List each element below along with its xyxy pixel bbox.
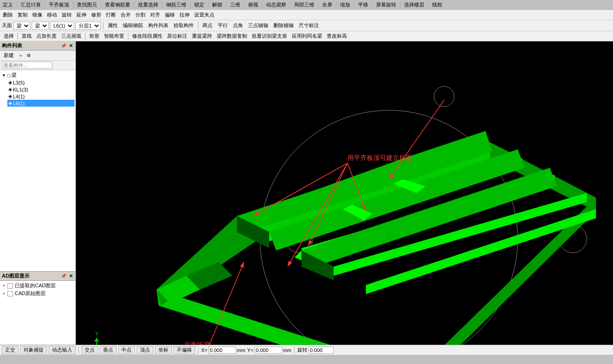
btn-mirror[interactable]: 镜像 [30,11,44,19]
btn-no-offset[interactable]: 不偏移 [173,346,195,354]
subtype-select[interactable]: 梁 [32,22,49,30]
btn-view-rebar[interactable]: 查看钢筋量 [103,1,132,9]
btn-trim[interactable]: 修剪 [89,11,103,19]
btn-edit-rebar[interactable]: 编辑钢筋 [121,22,145,29]
x-input[interactable] [208,347,236,354]
btn-top-view[interactable]: 俯视 [246,1,260,9]
btn-point-angle[interactable]: 点角 [231,22,245,29]
axis-y-label: Y [95,331,99,336]
viewport[interactable]: 用平齐板顶可建立折梁 立面折梁 X Y Z [76,41,613,345]
btn-wireframe[interactable]: 线框 [430,1,444,9]
btn-dynamic-input[interactable]: 动态输入 [49,346,75,354]
ad-pin-icon[interactable]: 📌 [60,273,67,279]
btn-point-length[interactable]: 点加长度 [35,32,58,40]
btn-break[interactable]: 打断 [104,11,118,19]
btn-modify-seg[interactable]: 修改段段属性 [130,32,164,40]
btn-copy[interactable]: 复制 [16,11,29,19]
btn-select[interactable]: 选择 [2,32,16,40]
btn-dim[interactable]: 尺寸标注 [297,22,321,29]
btn-property[interactable]: 属性 [106,22,120,29]
pin-icon[interactable]: 📌 [60,43,67,48]
btn-define[interactable]: 定义 [1,1,15,9]
btn-calc[interactable]: 汇总计算 [19,1,43,9]
btn-select-floor[interactable]: 选择楼层 [402,1,426,9]
btn-pick-component[interactable]: 拾取构件 [172,22,196,29]
btn-fullscreen[interactable]: 全屏 [320,1,334,9]
level-select[interactable]: L6(1) [50,22,74,30]
ad-extracted-layers[interactable]: ＋ 已提取的CAD图层 [1,282,75,290]
ad-original-layers[interactable]: ＋ CAD原始图层 [1,290,75,297]
btn-align[interactable]: 对齐 [148,11,162,19]
btn-apply-same[interactable]: 应用到同名梁 [290,32,324,40]
btn-screen-rotate[interactable]: 屏幕旋转 [374,1,398,9]
y-field: Y= mm [247,347,291,354]
btn-rect[interactable]: 矩形 [87,32,101,40]
btn-unlock[interactable]: 解锁 [210,1,224,9]
y-input[interactable] [254,347,282,354]
btn-copy-span[interactable]: 梁跨数据复制 [215,32,249,40]
btn-batch-select[interactable]: 批量选择 [136,1,160,9]
btn-merge[interactable]: 合并 [119,11,133,19]
btn-snap[interactable]: 对象捕捉 [20,346,47,354]
btn-two-point[interactable]: 两点 [201,22,214,29]
btn-three-arc[interactable]: 三点画弧 [59,32,83,40]
panel-header-icons: 📌 ✕ [60,43,74,48]
sep-17 [400,1,400,9]
add-icon[interactable]: ＋ [17,52,24,59]
settings-icon[interactable]: ⚙ [26,53,32,58]
btn-perpendicular[interactable]: 垂点 [100,346,116,354]
btn-rotate[interactable]: 旋转 [60,11,74,19]
btn-local-3d[interactable]: 局部三维 [292,1,316,9]
sep-14 [336,1,336,9]
category-label: 天面 [2,22,12,29]
btn-check-elevation[interactable]: 查改标高 [325,32,349,40]
btn-stretch[interactable]: 拉伸 [178,11,191,19]
btn-vertex[interactable]: 顶点 [137,346,153,354]
btn-in-situ-mark[interactable]: 原位标注 [165,32,189,40]
btn-delete[interactable]: 删除 [1,11,15,19]
btn-extend[interactable]: 延伸 [75,11,88,19]
btn-new-component[interactable]: 新建 [2,51,16,59]
ad-layer-icons: 📌 ✕ [60,273,74,279]
floor-select[interactable]: 分层1 [75,22,101,30]
btn-offset[interactable]: 偏移 [163,11,177,19]
btn-rebar-3d[interactable]: 钢筋三维 [164,1,188,9]
btn-set-grip[interactable]: 设置夹点 [192,11,216,19]
close-icon[interactable]: ✕ [68,43,74,48]
btn-find[interactable]: 查找图元 [75,1,99,9]
btn-midpoint[interactable]: 中点 [118,346,135,354]
sep-11 [262,1,262,9]
btn-zoom[interactable]: 缩放 [338,1,352,9]
ad-close-icon[interactable]: ✕ [68,273,74,279]
btn-del-aux[interactable]: 删除辅轴 [272,22,295,29]
btn-pan[interactable]: 平移 [356,1,370,9]
tree-item-L6[interactable]: ◈ L6(1) [7,100,75,107]
tree-item-KL1[interactable]: ◈ KL1(3) [7,86,75,93]
checkbox-original[interactable] [7,291,13,296]
btn-align-top[interactable]: 平齐板顶 [47,1,71,9]
tree-item-beam-root[interactable]: ▼ □ 梁 [1,71,75,79]
btn-lock[interactable]: 锁定 [192,1,206,9]
type-select[interactable]: 梁 [13,22,30,30]
tree-item-L4[interactable]: ◈ L4(1) [7,93,75,100]
btn-split[interactable]: 分割 [133,11,147,19]
btn-component-list[interactable]: 构件列表 [146,22,170,29]
btn-dynamic-observe[interactable]: 动态观察 [264,1,288,9]
btn-batch-id-support[interactable]: 批量识别梁支座 [250,32,289,40]
btn-move[interactable]: 移动 [45,11,59,19]
checkbox-extracted[interactable] [7,283,13,289]
sep-3 [73,1,73,9]
rotate-input[interactable] [308,347,334,354]
btn-3d[interactable]: 三维 [228,1,242,9]
btn-smart-place[interactable]: 智能布置 [102,32,126,40]
btn-intersection[interactable]: 交点 [81,346,98,354]
search-input[interactable] [2,62,52,69]
toolbar-row-4: 选择 直线 点加长度 三点画弧 矩形 智能布置 修改段段属性 原位标注 重提梁跨… [0,31,613,41]
btn-line[interactable]: 直线 [20,32,34,40]
tree-item-L3[interactable]: ◈ L3(5) [7,79,75,86]
btn-three-point-aux[interactable]: 三点辅轴 [246,22,270,29]
btn-re-extract[interactable]: 重提梁跨 [190,32,214,40]
btn-coordinate[interactable]: 坐标 [155,346,172,354]
btn-parallel[interactable]: 平行 [216,22,230,29]
btn-ortho[interactable]: 正交 [2,346,18,354]
